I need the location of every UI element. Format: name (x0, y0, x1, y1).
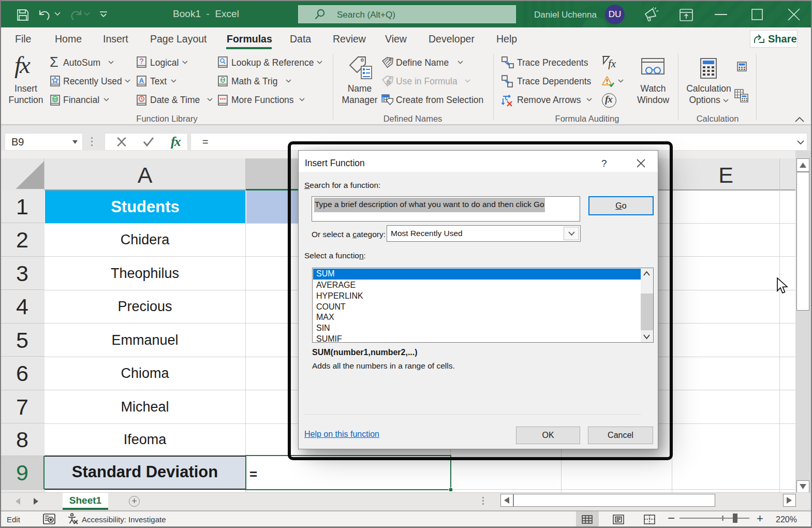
svg-text:fx: fx (387, 79, 391, 85)
svg-text:fx: fx (608, 57, 616, 69)
svg-text:A: A (139, 77, 144, 84)
svg-text:?: ? (140, 57, 144, 65)
